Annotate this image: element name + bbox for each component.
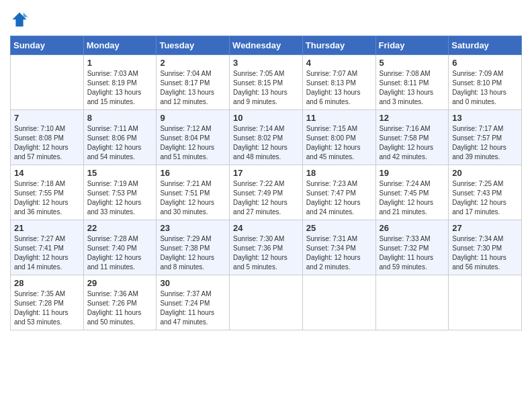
day-info: Sunrise: 7:24 AM Sunset: 7:45 PM Dayligh… (380, 179, 445, 217)
col-header-friday: Friday (375, 36, 449, 55)
calendar-cell: 13Sunrise: 7:17 AM Sunset: 7:57 PM Dayli… (449, 110, 522, 165)
calendar-cell: 10Sunrise: 7:14 AM Sunset: 8:02 PM Dayli… (230, 110, 303, 165)
calendar-cell: 12Sunrise: 7:16 AM Sunset: 7:58 PM Dayli… (375, 110, 449, 165)
day-number: 6 (452, 58, 518, 68)
calendar-cell: 2Sunrise: 7:04 AM Sunset: 8:17 PM Daylig… (157, 55, 230, 110)
day-number: 8 (87, 113, 153, 123)
day-number: 3 (233, 58, 299, 68)
day-info: Sunrise: 7:07 AM Sunset: 8:13 PM Dayligh… (306, 69, 372, 107)
day-number: 2 (160, 58, 226, 68)
calendar-cell: 18Sunrise: 7:23 AM Sunset: 7:47 PM Dayli… (302, 165, 375, 220)
day-info: Sunrise: 7:29 AM Sunset: 7:38 PM Dayligh… (160, 234, 226, 272)
day-info: Sunrise: 7:16 AM Sunset: 7:58 PM Dayligh… (380, 124, 445, 162)
day-info: Sunrise: 7:28 AM Sunset: 7:40 PM Dayligh… (87, 234, 153, 272)
calendar-header-row: SundayMondayTuesdayWednesdayThursdayFrid… (11, 36, 522, 55)
day-number: 5 (380, 58, 445, 68)
calendar-cell: 1Sunrise: 7:03 AM Sunset: 8:19 PM Daylig… (83, 55, 157, 110)
calendar-week-row: 21Sunrise: 7:27 AM Sunset: 7:41 PM Dayli… (11, 220, 522, 275)
day-info: Sunrise: 7:19 AM Sunset: 7:53 PM Dayligh… (87, 179, 153, 217)
calendar-cell: 27Sunrise: 7:34 AM Sunset: 7:30 PM Dayli… (449, 220, 522, 275)
svg-marker-1 (24, 13, 28, 17)
col-header-tuesday: Tuesday (157, 36, 230, 55)
calendar-cell: 7Sunrise: 7:10 AM Sunset: 8:08 PM Daylig… (11, 110, 84, 165)
day-number: 13 (452, 113, 518, 123)
calendar-cell (11, 55, 84, 110)
calendar-cell: 22Sunrise: 7:28 AM Sunset: 7:40 PM Dayli… (83, 220, 157, 275)
day-info: Sunrise: 7:12 AM Sunset: 8:04 PM Dayligh… (160, 124, 226, 162)
day-info: Sunrise: 7:03 AM Sunset: 8:19 PM Dayligh… (87, 69, 153, 107)
day-number: 20 (452, 168, 518, 178)
page-header (10, 10, 522, 29)
day-info: Sunrise: 7:21 AM Sunset: 7:51 PM Dayligh… (160, 179, 226, 217)
day-info: Sunrise: 7:04 AM Sunset: 8:17 PM Dayligh… (160, 69, 226, 107)
day-number: 19 (380, 168, 445, 178)
day-info: Sunrise: 7:11 AM Sunset: 8:06 PM Dayligh… (87, 124, 153, 162)
calendar-cell: 28Sunrise: 7:35 AM Sunset: 7:28 PM Dayli… (11, 275, 84, 330)
calendar-cell: 21Sunrise: 7:27 AM Sunset: 7:41 PM Dayli… (11, 220, 84, 275)
day-info: Sunrise: 7:35 AM Sunset: 7:28 PM Dayligh… (14, 289, 80, 327)
calendar-week-row: 1Sunrise: 7:03 AM Sunset: 8:19 PM Daylig… (11, 55, 522, 110)
calendar-cell: 19Sunrise: 7:24 AM Sunset: 7:45 PM Dayli… (375, 165, 449, 220)
day-number: 21 (14, 223, 80, 233)
day-info: Sunrise: 7:15 AM Sunset: 8:00 PM Dayligh… (306, 124, 372, 162)
calendar-cell: 29Sunrise: 7:36 AM Sunset: 7:26 PM Dayli… (83, 275, 157, 330)
day-info: Sunrise: 7:27 AM Sunset: 7:41 PM Dayligh… (14, 234, 80, 272)
calendar-cell: 30Sunrise: 7:37 AM Sunset: 7:24 PM Dayli… (157, 275, 230, 330)
calendar-cell: 25Sunrise: 7:31 AM Sunset: 7:34 PM Dayli… (302, 220, 375, 275)
day-info: Sunrise: 7:05 AM Sunset: 8:15 PM Dayligh… (233, 69, 299, 107)
day-info: Sunrise: 7:10 AM Sunset: 8:08 PM Dayligh… (14, 124, 80, 162)
day-number: 4 (306, 58, 372, 68)
calendar-cell: 8Sunrise: 7:11 AM Sunset: 8:06 PM Daylig… (83, 110, 157, 165)
day-number: 24 (233, 223, 299, 233)
day-info: Sunrise: 7:18 AM Sunset: 7:55 PM Dayligh… (14, 179, 80, 217)
day-number: 17 (233, 168, 299, 178)
day-number: 7 (14, 113, 80, 123)
calendar-cell: 6Sunrise: 7:09 AM Sunset: 8:10 PM Daylig… (449, 55, 522, 110)
day-info: Sunrise: 7:25 AM Sunset: 7:43 PM Dayligh… (452, 179, 518, 217)
calendar-cell (375, 275, 449, 330)
col-header-monday: Monday (83, 36, 157, 55)
day-number: 25 (306, 223, 372, 233)
calendar-cell: 17Sunrise: 7:22 AM Sunset: 7:49 PM Dayli… (230, 165, 303, 220)
logo (10, 10, 32, 29)
logo-icon (10, 10, 29, 29)
day-number: 14 (14, 168, 80, 178)
day-number: 12 (380, 113, 445, 123)
day-info: Sunrise: 7:09 AM Sunset: 8:10 PM Dayligh… (452, 69, 518, 107)
calendar-week-row: 7Sunrise: 7:10 AM Sunset: 8:08 PM Daylig… (11, 110, 522, 165)
day-info: Sunrise: 7:30 AM Sunset: 7:36 PM Dayligh… (233, 234, 299, 272)
calendar-cell (449, 275, 522, 330)
day-number: 11 (306, 113, 372, 123)
day-number: 29 (87, 278, 153, 288)
calendar-cell: 5Sunrise: 7:08 AM Sunset: 8:11 PM Daylig… (375, 55, 449, 110)
calendar-cell: 23Sunrise: 7:29 AM Sunset: 7:38 PM Dayli… (157, 220, 230, 275)
calendar-table: SundayMondayTuesdayWednesdayThursdayFrid… (10, 36, 522, 330)
day-info: Sunrise: 7:23 AM Sunset: 7:47 PM Dayligh… (306, 179, 372, 217)
day-info: Sunrise: 7:14 AM Sunset: 8:02 PM Dayligh… (233, 124, 299, 162)
calendar-cell: 16Sunrise: 7:21 AM Sunset: 7:51 PM Dayli… (157, 165, 230, 220)
day-number: 30 (160, 278, 226, 288)
calendar-cell: 20Sunrise: 7:25 AM Sunset: 7:43 PM Dayli… (449, 165, 522, 220)
calendar-week-row: 28Sunrise: 7:35 AM Sunset: 7:28 PM Dayli… (11, 275, 522, 330)
calendar-cell: 26Sunrise: 7:33 AM Sunset: 7:32 PM Dayli… (375, 220, 449, 275)
day-number: 9 (160, 113, 226, 123)
calendar-cell: 3Sunrise: 7:05 AM Sunset: 8:15 PM Daylig… (230, 55, 303, 110)
day-number: 1 (87, 58, 153, 68)
calendar-cell: 11Sunrise: 7:15 AM Sunset: 8:00 PM Dayli… (302, 110, 375, 165)
day-number: 10 (233, 113, 299, 123)
day-number: 22 (87, 223, 153, 233)
day-number: 18 (306, 168, 372, 178)
day-number: 23 (160, 223, 226, 233)
day-info: Sunrise: 7:17 AM Sunset: 7:57 PM Dayligh… (452, 124, 518, 162)
calendar-cell: 14Sunrise: 7:18 AM Sunset: 7:55 PM Dayli… (11, 165, 84, 220)
day-number: 26 (380, 223, 445, 233)
day-info: Sunrise: 7:08 AM Sunset: 8:11 PM Dayligh… (380, 69, 445, 107)
day-info: Sunrise: 7:33 AM Sunset: 7:32 PM Dayligh… (380, 234, 445, 272)
day-number: 27 (452, 223, 518, 233)
calendar-cell: 4Sunrise: 7:07 AM Sunset: 8:13 PM Daylig… (302, 55, 375, 110)
calendar-cell: 24Sunrise: 7:30 AM Sunset: 7:36 PM Dayli… (230, 220, 303, 275)
day-info: Sunrise: 7:22 AM Sunset: 7:49 PM Dayligh… (233, 179, 299, 217)
calendar-cell: 9Sunrise: 7:12 AM Sunset: 8:04 PM Daylig… (157, 110, 230, 165)
calendar-cell: 15Sunrise: 7:19 AM Sunset: 7:53 PM Dayli… (83, 165, 157, 220)
day-info: Sunrise: 7:31 AM Sunset: 7:34 PM Dayligh… (306, 234, 372, 272)
